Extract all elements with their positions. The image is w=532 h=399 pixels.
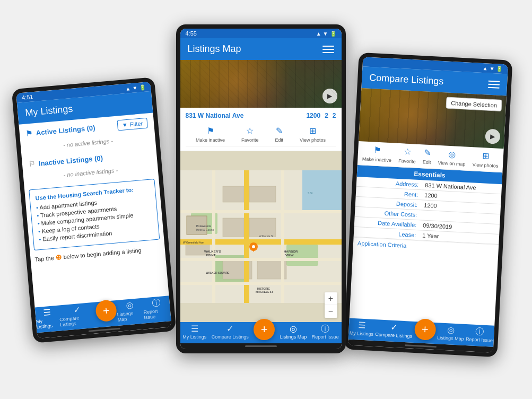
nav-icon-my-listings-2: ☰ [191, 325, 198, 333]
map-area-2[interactable]: Potawatomi Hotel & Casino WALKER'S POINT… [180, 151, 342, 322]
listing-photo-2: ▶ [180, 60, 342, 108]
nav-my-listings-1[interactable]: ☰ My Listings [34, 308, 60, 330]
wifi-icon-3: ▼ [489, 65, 494, 72]
nav-add-2[interactable]: + [254, 319, 275, 340]
svg-rect-12 [180, 239, 342, 245]
nav-icon-compare-2: ✓ [226, 325, 233, 333]
nav-compare-1[interactable]: ✓ Compare Listings [58, 304, 97, 327]
nav-map-1[interactable]: ◎ Listings Map [116, 300, 144, 323]
wifi-icon-2: ▼ [323, 31, 328, 37]
filter-label: Filter [129, 120, 143, 127]
zoom-in-button[interactable]: + [325, 292, 337, 305]
listing-baths-2: 2 [333, 112, 336, 119]
svg-text:MITCHELL ST: MITCHELL ST [256, 290, 273, 293]
svg-text:Potawatomi: Potawatomi [196, 224, 212, 228]
edit-label-2: Edit [275, 137, 284, 143]
info-box-list: Add apartment listings Track prospective… [36, 195, 153, 243]
nav-label-report-1: Report Issue [143, 307, 171, 320]
svg-text:VIEW: VIEW [285, 254, 294, 257]
app-header-2: Listings Map [180, 38, 342, 60]
svg-text:WALKER SQUARE: WALKER SQUARE [206, 271, 230, 274]
action-make-inactive-2[interactable]: ⚑ Make inactive [196, 126, 225, 143]
nav-icon-compare-3: ✓ [390, 323, 398, 332]
status-icons-1: ▲ ▼ 🔋 [125, 84, 145, 91]
action-view-on-map-3[interactable]: ◎ View on map [438, 149, 466, 167]
listing-actions-2: ⚑ Make inactive ☆ Favorite ✎ Edit ⊞ View… [186, 123, 336, 146]
svg-rect-7 [223, 218, 244, 237]
nav-label-compare-1: Compare Listings [59, 314, 97, 327]
nav-map-3[interactable]: ◎ Listings Map [437, 325, 464, 342]
inactive-flag-icon: ⚐ [28, 159, 36, 168]
svg-rect-16 [180, 282, 342, 285]
nav-my-listings-3[interactable]: ☰ My Listings [349, 321, 373, 337]
nav-icon-map-3: ◎ [447, 326, 455, 335]
svg-rect-5 [223, 186, 244, 202]
edit-label-3: Edit [422, 159, 431, 165]
active-flag-icon: ⚑ [25, 129, 33, 138]
battery-icon-3: 🔋 [496, 66, 503, 72]
svg-rect-15 [180, 258, 342, 261]
nav-icon-compare-1: ✓ [73, 306, 81, 315]
action-view-photos-3[interactable]: ⊞ View photos [472, 150, 499, 169]
nav-add-1[interactable]: + [94, 299, 117, 322]
bottom-nav-2[interactable]: ☰ My Listings ✓ Compare Listings + ◎ Lis… [180, 322, 342, 343]
nav-label-map-3: Listings Map [437, 335, 464, 342]
zoom-out-button[interactable]: − [325, 305, 337, 318]
map-zoom-controls[interactable]: + − [325, 292, 337, 318]
view-on-map-icon-3: ◎ [448, 149, 456, 160]
nav-report-1[interactable]: ⓘ Report Issue [142, 298, 171, 320]
nav-icon-report-2: ⓘ [321, 325, 329, 333]
svg-text:POINT: POINT [206, 254, 216, 257]
action-edit-3[interactable]: ✎ Edit [422, 148, 431, 165]
svg-rect-6 [249, 186, 276, 202]
nav-compare-3[interactable]: ✓ Compare Listings [375, 322, 413, 339]
status-time-2: 4:55 [186, 30, 197, 37]
nav-icon-my-listings-3: ☰ [357, 321, 365, 330]
view-photos-label-3: View photos [472, 162, 498, 169]
signal-icon: ▲ [125, 85, 130, 92]
nav-report-2[interactable]: ⓘ Report Issue [312, 325, 339, 340]
hamburger-menu-2[interactable] [322, 46, 334, 53]
photo-overlay-2 [180, 60, 342, 108]
nav-compare-2[interactable]: ✓ Compare Listings [212, 325, 249, 340]
action-edit-2[interactable]: ✎ Edit [275, 126, 284, 143]
nav-icon-my-listings-1: ☰ [43, 308, 51, 317]
play-icon-2[interactable]: ▶ [322, 89, 337, 103]
svg-rect-18 [281, 170, 284, 303]
filter-button[interactable]: ▼ Filter [117, 118, 148, 131]
favorite-icon-3: ☆ [403, 146, 411, 157]
listing-rent-2: 1200 [306, 112, 320, 119]
listing-popup-header-2: 831 W National Ave 1200 2 2 [186, 112, 336, 119]
view-on-map-label-3: View on map [438, 160, 465, 167]
app-title-1: My Listings [24, 103, 73, 119]
nav-my-listings-2[interactable]: ☰ My Listings [182, 325, 206, 340]
home-bar-1 [88, 328, 120, 332]
nav-add-3[interactable]: + [414, 318, 436, 341]
make-inactive-label-2: Make inactive [196, 137, 225, 143]
listing-address-2: 831 W National Ave [186, 112, 302, 119]
nav-label-my-listings-2: My Listings [182, 334, 206, 340]
add-icon-1: + [102, 305, 110, 317]
hamburger-menu-3[interactable] [487, 80, 500, 88]
plus-icon-hint: ⊕ [55, 253, 62, 262]
nav-map-2[interactable]: ◎ Listings Map [280, 325, 307, 340]
nav-label-compare-2: Compare Listings [212, 334, 249, 340]
wifi-icon: ▼ [132, 84, 137, 91]
add-icon-3: + [421, 324, 429, 336]
screen-listings-map: 4:55 ▲ ▼ 🔋 Listings Map ▶ [180, 29, 342, 349]
screen-my-listings: 4:51 ▲ ▼ 🔋 My Listings ⚑ Active Listings… [16, 82, 171, 339]
app-title-2: Listings Map [188, 44, 241, 55]
photo-wood-3 [359, 88, 507, 149]
action-favorite-2[interactable]: ☆ Favorite [241, 126, 259, 143]
nav-label-map-1: Listings Map [117, 310, 144, 323]
scene: 4:51 ▲ ▼ 🔋 My Listings ⚑ Active Listings… [12, 8, 521, 391]
svg-rect-14 [180, 210, 342, 213]
nav-report-3[interactable]: ⓘ Report Issue [465, 327, 493, 343]
nav-label-compare-3: Compare Listings [375, 332, 412, 339]
svg-point-32 [252, 245, 255, 248]
favorite-label-2: Favorite [241, 137, 259, 143]
action-favorite-3[interactable]: ☆ Favorite [398, 146, 416, 164]
action-make-inactive-3[interactable]: ⚑ Make inactive [362, 144, 392, 163]
action-view-photos-2[interactable]: ⊞ View photos [300, 126, 326, 143]
nav-label-report-3: Report Issue [465, 336, 492, 343]
